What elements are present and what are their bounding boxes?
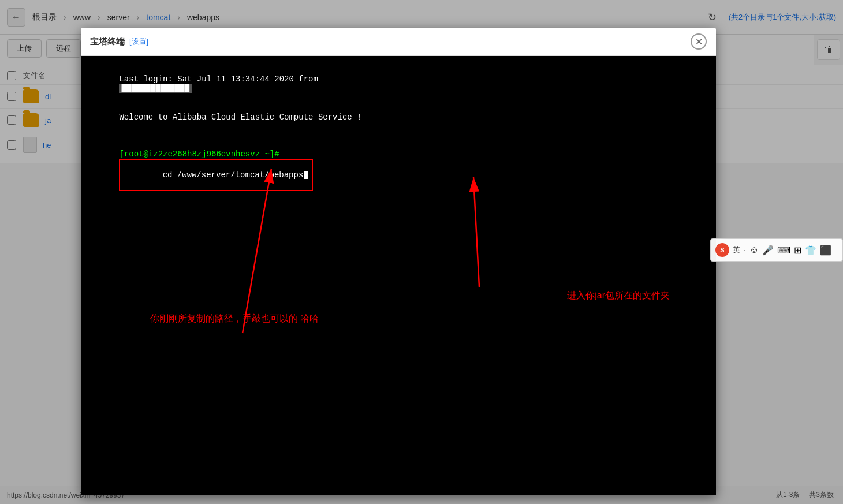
login-line: Last login: Sat Jul 11 13:34:44 2020 fro… [90, 65, 707, 102]
welcome-line: Welcome to Alibaba Cloud Elastic Compute… [90, 103, 707, 131]
sogou-icon2: ⬛ [820, 245, 831, 256]
sogou-logo: S [715, 243, 729, 257]
annotation-right-text: 进入你jar包所在的文件夹 [567, 290, 670, 302]
modal-close-button[interactable]: ✕ [691, 33, 707, 50]
sogou-mic: 🎤 [762, 245, 774, 256]
sogou-bar: S 英 · ☺ 🎤 ⌨ ⊞ 👕 ⬛ [710, 238, 843, 262]
sogou-text: 英 [733, 245, 740, 255]
sogou-emoji: ☺ [749, 245, 759, 255]
modal-header: 宝塔终端 [设置] ✕ [81, 28, 716, 56]
command-box: cd /www/server/tomcat/webapps [119, 159, 313, 191]
sogou-keyboard: ⌨ [777, 245, 790, 256]
modal-settings-link[interactable]: [设置] [129, 36, 148, 47]
sogou-icon1: ⊞ [794, 245, 801, 256]
ip-redacted: ██████████████ [119, 84, 192, 93]
terminal-cursor [304, 171, 308, 179]
terminal-body[interactable]: Last login: Sat Jul 11 13:34:44 2020 fro… [81, 56, 716, 495]
command-line: [root@iz2ze268h8zj966evnhesvz ~]# cd /ww… [90, 140, 707, 200]
terminal-modal: 宝塔终端 [设置] ✕ Last login: Sat Jul 11 13:34… [81, 28, 716, 495]
annotation-left-text: 你刚刚所复制的路径，手敲也可以的 哈哈 [150, 313, 319, 325]
modal-title: 宝塔终端 [90, 36, 125, 47]
sogou-dot1: · [744, 245, 746, 255]
sogou-shirt: 👕 [805, 245, 816, 256]
prompt-text: [root@iz2ze268h8zj966evnhesvz ~]# [119, 150, 284, 159]
